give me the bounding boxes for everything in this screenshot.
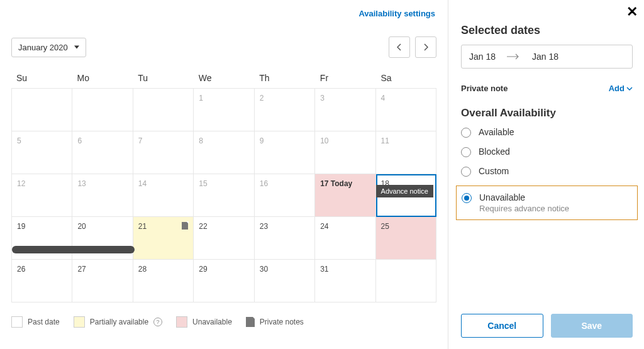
- calendar-day[interactable]: 25: [376, 217, 436, 260]
- month-label: January 2020: [18, 43, 68, 52]
- day-number: 24: [320, 222, 328, 231]
- day-number: 11: [381, 136, 389, 145]
- calendar-day[interactable]: 22: [194, 217, 254, 260]
- calendar-day[interactable]: 12: [12, 174, 72, 217]
- cancel-button[interactable]: Cancel: [461, 314, 543, 338]
- availability-option[interactable]: Blocked: [461, 147, 633, 157]
- legend-notes: Private notes: [246, 317, 304, 327]
- note-icon: [182, 222, 188, 230]
- panel-title: Selected dates: [461, 24, 633, 37]
- day-number: 9: [260, 136, 264, 145]
- day-number: 30: [260, 265, 268, 274]
- calendar-day[interactable]: 18Advance notice: [376, 174, 436, 217]
- calendar-day: [12, 89, 72, 131]
- add-note-button[interactable]: Add: [609, 84, 633, 93]
- calendar-day[interactable]: 10: [315, 131, 375, 174]
- radio-icon: [461, 128, 471, 138]
- day-number: 20: [77, 222, 86, 231]
- calendar-day[interactable]: 24: [315, 217, 375, 260]
- legend-partial: Partially available ?: [74, 316, 162, 328]
- weekday-header: Sa: [375, 73, 436, 83]
- radio-icon: [461, 167, 471, 177]
- day-number: 7: [138, 136, 143, 145]
- weekday-header: Th: [254, 73, 315, 83]
- option-sublabel: Requires advance notice: [479, 204, 569, 213]
- day-number: 16: [260, 179, 268, 188]
- date-start: Jan 18: [469, 52, 496, 62]
- calendar-day[interactable]: 13: [72, 174, 133, 217]
- availability-option[interactable]: UnavailableRequires advance notice: [456, 186, 638, 220]
- calendar-day[interactable]: 26: [12, 260, 72, 302]
- next-month-button[interactable]: [415, 36, 436, 58]
- day-number: 10: [320, 136, 328, 145]
- calendar-day[interactable]: 8: [194, 131, 254, 174]
- calendar-day[interactable]: 4: [376, 89, 436, 131]
- day-number: 2: [260, 94, 264, 102]
- chevron-left-icon: [397, 43, 402, 51]
- advance-notice-pill: Advance notice: [376, 185, 433, 197]
- availability-settings-link[interactable]: Availability settings: [358, 9, 435, 18]
- calendar-day[interactable]: 7: [133, 131, 194, 174]
- calendar-day[interactable]: 11: [376, 131, 436, 174]
- event-bar: [12, 246, 135, 253]
- calendar-day[interactable]: 31: [315, 260, 375, 302]
- day-number: 3: [320, 94, 325, 102]
- date-end: Jan 18: [532, 52, 558, 62]
- calendar-day[interactable]: 28: [133, 260, 194, 302]
- legend-unavailable: Unavailable: [176, 316, 232, 328]
- weekday-header: We: [194, 73, 255, 83]
- calendar-day[interactable]: 15: [194, 174, 254, 217]
- option-label: Available: [479, 127, 514, 137]
- day-number: 23: [260, 222, 268, 231]
- calendar-day: [72, 89, 133, 131]
- calendar-day[interactable]: 9: [255, 131, 315, 174]
- date-range[interactable]: Jan 18 Jan 18: [461, 45, 633, 69]
- calendar-day[interactable]: 27: [72, 260, 133, 302]
- day-number: 21: [138, 222, 147, 231]
- close-icon[interactable]: ✕: [626, 4, 638, 20]
- legend-past: Past date: [11, 316, 60, 328]
- radio-icon: [461, 147, 471, 157]
- availability-option[interactable]: Custom: [461, 166, 633, 177]
- weekday-header: Mo: [72, 73, 133, 83]
- availability-option[interactable]: Available: [461, 127, 633, 138]
- option-label: Custom: [479, 166, 509, 176]
- day-number: 28: [138, 265, 147, 274]
- help-icon[interactable]: ?: [153, 318, 162, 326]
- month-select[interactable]: January 2020: [11, 38, 86, 57]
- calendar-day[interactable]: 30: [255, 260, 315, 302]
- calendar-day[interactable]: 1: [194, 89, 254, 131]
- prev-month-button[interactable]: [389, 36, 410, 58]
- day-number: 29: [199, 265, 207, 274]
- calendar-day[interactable]: 17 Today: [315, 174, 375, 217]
- calendar-day[interactable]: 6: [72, 131, 133, 174]
- calendar-day[interactable]: 21: [133, 217, 194, 260]
- day-number: 19: [17, 222, 25, 231]
- calendar-day[interactable]: 3: [315, 89, 375, 131]
- calendar-day[interactable]: 2: [255, 89, 315, 131]
- day-number: 14: [138, 179, 147, 188]
- day-number: 26: [17, 265, 25, 274]
- option-label: Blocked: [479, 147, 510, 157]
- calendar-day[interactable]: 29: [194, 260, 254, 302]
- weekday-header: Tu: [133, 73, 194, 83]
- private-note-label: Private note: [461, 84, 508, 93]
- day-number: 22: [199, 222, 207, 231]
- availability-title: Overall Availability: [461, 107, 633, 119]
- day-number: 25: [381, 222, 389, 231]
- calendar-day[interactable]: 14: [133, 174, 194, 217]
- day-number: 15: [199, 179, 207, 188]
- calendar-day[interactable]: 16: [255, 174, 315, 217]
- day-number: 1: [199, 94, 203, 102]
- day-number: 6: [77, 136, 82, 145]
- save-button[interactable]: Save: [551, 314, 633, 338]
- calendar-day[interactable]: 23: [255, 217, 315, 260]
- calendar-day[interactable]: 5: [12, 131, 72, 174]
- day-number: 17 Today: [320, 179, 352, 188]
- arrow-right-icon: [507, 52, 521, 62]
- chevron-right-icon: [423, 43, 428, 51]
- day-number: 4: [381, 94, 386, 102]
- option-label: Unavailable: [479, 192, 569, 202]
- day-number: 5: [17, 136, 21, 145]
- day-number: 13: [77, 179, 86, 188]
